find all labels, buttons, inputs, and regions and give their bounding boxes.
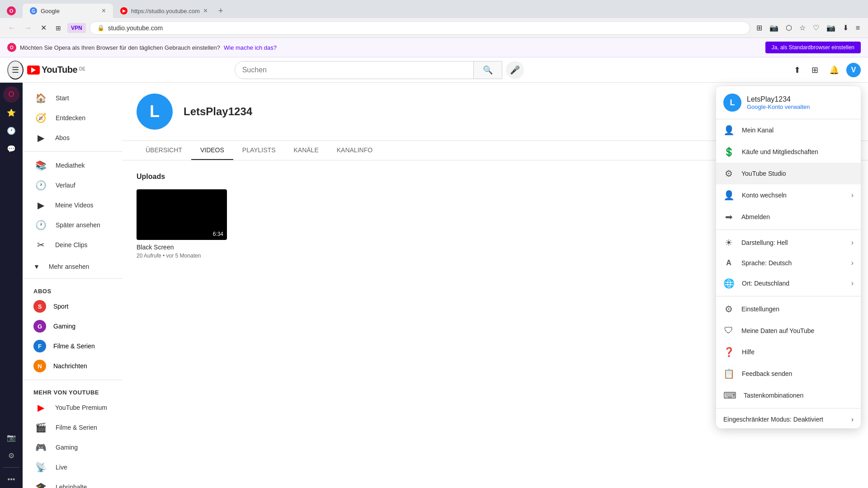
forward-button[interactable]: → bbox=[22, 21, 34, 35]
opera-sidebar-history[interactable]: 🕐 bbox=[3, 122, 19, 139]
my-videos-icon: ▶ bbox=[35, 200, 46, 211]
tab-close-youtube[interactable]: × bbox=[203, 7, 208, 14]
darstellung-label: Darstellung: Hell bbox=[741, 239, 844, 246]
tab-kanalinfo[interactable]: KANALINFO bbox=[328, 141, 382, 160]
youtube-logo-country: DE bbox=[79, 66, 85, 71]
tab-close-google[interactable]: × bbox=[102, 7, 106, 14]
upload-button[interactable]: ⬆ bbox=[790, 61, 804, 79]
menu-button[interactable]: ≡ bbox=[853, 21, 863, 35]
snapshot-button[interactable]: 📷 bbox=[824, 21, 838, 35]
sidebar-label-filme: Filme & Serien bbox=[53, 343, 95, 350]
tab-videos[interactable]: VIDEOS bbox=[191, 141, 233, 160]
notifications-button[interactable]: 🔔 bbox=[826, 61, 843, 79]
dropdown-kaufe[interactable]: 💲 Käufe und Mitgliedschaften bbox=[716, 141, 861, 163]
opera-sidebar-divider bbox=[3, 467, 19, 468]
account-dropdown-header: L LetsPlay1234 Google-Konto verwalten bbox=[716, 86, 861, 119]
sidebar-item-filme-serien[interactable]: F Filme & Serien bbox=[23, 336, 122, 356]
kaufe-label: Käufe und Mitgliedschaften bbox=[742, 148, 854, 155]
heart-button[interactable]: ♡ bbox=[810, 21, 822, 35]
camera-button[interactable]: 📷 bbox=[767, 21, 781, 35]
subscriptions-icon: ▶ bbox=[35, 132, 46, 143]
bookmark-button[interactable]: ☆ bbox=[797, 21, 808, 35]
sidebar-label-mehr: Mehr ansehen bbox=[49, 263, 90, 270]
tab-ubersicht[interactable]: ÜBERSICHT bbox=[137, 141, 191, 160]
sidebar-item-lehrinhalte[interactable]: 🎓 Lehrinhalte bbox=[24, 477, 120, 488]
video-meta: 20 Aufrufe • vor 5 Monaten bbox=[137, 253, 227, 259]
opera-sidebar-bookmarks[interactable]: ⭐ bbox=[3, 104, 19, 121]
dropdown-restricted[interactable]: Eingeschränkter Modus: Deaktiviert › bbox=[716, 410, 861, 428]
apps-button[interactable]: ⊞ bbox=[808, 61, 822, 79]
back-button[interactable]: ← bbox=[5, 21, 18, 35]
logo-area: ☰ YouTube DE bbox=[7, 61, 98, 80]
sidebar-item-youtube-premium[interactable]: ▶ YouTube Premium bbox=[24, 398, 120, 418]
user-avatar[interactable]: V bbox=[846, 63, 861, 77]
sidebar-item-gaming2[interactable]: 🎮 Gaming bbox=[24, 437, 120, 457]
sidebar-item-mehr[interactable]: ▼ Mehr ansehen bbox=[23, 258, 122, 275]
extensions-button[interactable]: ⊞ bbox=[754, 21, 765, 35]
opera-sidebar-settings[interactable]: ⚙ bbox=[3, 447, 19, 464]
dropdown-feedback[interactable]: 📋 Feedback senden bbox=[716, 363, 861, 385]
darstellung-icon: ☀ bbox=[723, 237, 734, 248]
dropdown-einstellungen[interactable]: ⚙ Einstellungen bbox=[716, 298, 861, 320]
download-button[interactable]: ⬇ bbox=[840, 21, 851, 35]
sidebar-section-abos: S Sport G Gaming F Filme & Serien N Nach… bbox=[23, 296, 122, 376]
sidebar-item-meine-videos[interactable]: ▶ Meine Videos bbox=[24, 195, 120, 215]
sidebar-item-mediathek[interactable]: 📚 Mediathek bbox=[24, 155, 120, 175]
dropdown-ort[interactable]: 🌐 Ort: Deutschland › bbox=[716, 272, 861, 294]
dropdown-youtube-studio[interactable]: ⚙ YouTube Studio bbox=[716, 163, 861, 184]
lock-icon: 🔒 bbox=[97, 24, 104, 31]
search-input[interactable] bbox=[235, 61, 473, 79]
opera-sidebar-whatsapp[interactable]: 💬 bbox=[3, 141, 19, 157]
tab-kanale[interactable]: KANÄLE bbox=[284, 141, 327, 160]
tab-youtube[interactable]: ▶ https://studio.youtube.com × bbox=[113, 4, 215, 18]
opera-default-button[interactable]: Ja, als Standardbrowser einstellen bbox=[765, 42, 861, 53]
sidebar-item-deine-clips[interactable]: ✂ Deine Clips bbox=[24, 235, 120, 255]
sidebar-item-spater-ansehen[interactable]: 🕐 Später ansehen bbox=[24, 215, 120, 235]
flow-button[interactable]: ⬡ bbox=[783, 21, 795, 35]
new-tab-button[interactable]: + bbox=[215, 5, 227, 18]
video-info: Black Screen 20 Aufrufe • vor 5 Monaten bbox=[137, 240, 227, 263]
konto-wechseln-label: Konto wechseln bbox=[742, 192, 844, 199]
youtube-logo[interactable]: YouTube DE bbox=[27, 65, 85, 75]
dropdown-mein-kanal[interactable]: 👤 Mein Kanal bbox=[716, 119, 861, 141]
opera-notice-text: Möchten Sie Opera als Ihren Browser für … bbox=[20, 44, 220, 51]
sidebar-item-gaming[interactable]: G Gaming bbox=[23, 316, 122, 336]
home-button[interactable]: ⊞ bbox=[53, 22, 64, 34]
sidebar-item-sport[interactable]: S Sport bbox=[23, 296, 122, 316]
channel-avatar: L bbox=[137, 94, 173, 130]
mic-button[interactable]: 🎤 bbox=[506, 61, 524, 79]
tab-playlists[interactable]: PLAYLISTS bbox=[233, 141, 285, 160]
sidebar-item-entdecken[interactable]: 🧭 Entdecken bbox=[24, 108, 120, 128]
account-dropdown: L LetsPlay1234 Google-Konto verwalten 👤 … bbox=[716, 86, 861, 428]
einstellungen-label: Einstellungen bbox=[741, 305, 854, 313]
dropdown-konto-wechseln[interactable]: 👤 Konto wechseln › bbox=[716, 184, 861, 206]
opera-notice-link[interactable]: Wie mache ich das? bbox=[224, 44, 277, 51]
sidebar-item-live[interactable]: 📡 Live bbox=[24, 457, 120, 477]
feedback-icon: 📋 bbox=[723, 368, 735, 379]
reload-button[interactable]: ✕ bbox=[38, 21, 49, 35]
nachrichten-avatar: N bbox=[33, 360, 46, 372]
opera-sidebar-instagram[interactable]: 📷 bbox=[3, 429, 19, 446]
dropdown-sprache[interactable]: A Sprache: Deutsch › bbox=[716, 253, 861, 272]
sidebar-item-verlauf[interactable]: 🕐 Verlauf bbox=[24, 175, 120, 195]
tab-favicon-youtube: ▶ bbox=[120, 7, 127, 14]
sidebar-item-abos[interactable]: ▶ Abos bbox=[24, 128, 120, 148]
address-bar[interactable]: 🔒 studio.youtube.com bbox=[90, 21, 750, 35]
sidebar-item-filme-serien2[interactable]: 🎬 Filme & Serien bbox=[24, 418, 120, 437]
hamburger-menu[interactable]: ☰ bbox=[7, 61, 24, 80]
dropdown-abmelden[interactable]: ➡ Abmelden bbox=[716, 206, 861, 228]
video-card-black-screen[interactable]: 6:34 Black Screen 20 Aufrufe • vor 5 Mon… bbox=[137, 189, 227, 263]
search-button[interactable]: 🔍 bbox=[473, 61, 502, 79]
ort-icon: 🌐 bbox=[723, 278, 735, 289]
opera-sidebar-home[interactable]: O bbox=[3, 86, 19, 103]
account-manage-link[interactable]: Google-Konto verwalten bbox=[747, 103, 810, 110]
sprache-label: Sprache: Deutsch bbox=[741, 259, 844, 267]
dropdown-hilfe[interactable]: ❓ Hilfe bbox=[716, 341, 861, 363]
tab-google[interactable]: G Google × bbox=[23, 4, 113, 18]
dropdown-darstellung[interactable]: ☀ Darstellung: Hell › bbox=[716, 232, 861, 253]
dropdown-meine-daten[interactable]: 🛡 Meine Daten auf YouTube bbox=[716, 320, 861, 341]
opera-sidebar-more[interactable]: ••• bbox=[3, 471, 19, 488]
sidebar-item-nachrichten[interactable]: N Nachrichten bbox=[23, 356, 122, 376]
sidebar-item-start[interactable]: 🏠 Start bbox=[24, 88, 120, 108]
dropdown-tastenkombinationen[interactable]: ⌨ Tastenkombinationen bbox=[716, 385, 861, 406]
